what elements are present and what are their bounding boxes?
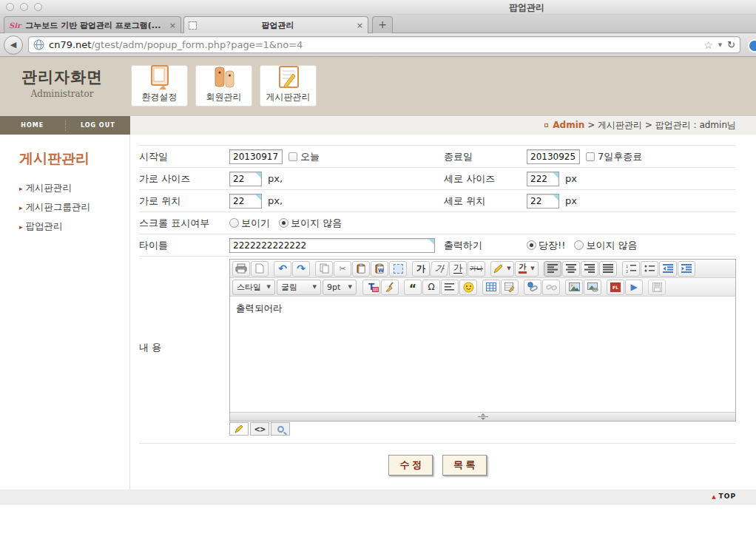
emoticon-icon[interactable] xyxy=(459,280,477,295)
row-dates: 시작일 오늘 종료일 7일후종료 xyxy=(139,146,736,168)
title-label: 타이틀 xyxy=(139,239,229,252)
members-button[interactable]: 회원관리 xyxy=(195,65,252,106)
outdent-icon[interactable] xyxy=(659,261,677,277)
output-hide-radio[interactable] xyxy=(574,240,584,250)
clean-broom-icon[interactable] xyxy=(381,280,399,295)
strikethrough-icon[interactable]: 가나 xyxy=(468,261,485,277)
tab-close-icon[interactable]: × xyxy=(357,21,363,30)
print-icon[interactable] xyxy=(232,261,250,277)
special-char-icon[interactable]: Ω xyxy=(422,280,440,295)
html-mode-button[interactable]: <> xyxy=(250,422,269,436)
svg-text:W: W xyxy=(378,268,384,274)
editor-resize-bar[interactable] xyxy=(230,412,735,421)
pos-x-label: 가로 위치 xyxy=(139,194,229,208)
italic-icon[interactable]: 가 xyxy=(430,261,450,277)
up-triangle-icon: ▲ xyxy=(712,494,716,500)
tab-close-icon[interactable]: × xyxy=(169,21,176,30)
save-icon[interactable] xyxy=(648,280,666,295)
align-left-icon[interactable] xyxy=(544,261,561,277)
config-button[interactable]: 환경설정 xyxy=(131,65,188,106)
font-select[interactable]: 굴림▼ xyxy=(277,280,321,295)
unlink-icon[interactable] xyxy=(542,280,560,295)
bold-icon[interactable]: 가 xyxy=(412,261,430,277)
sidebar-item-board[interactable]: ▸게시판관리 xyxy=(19,182,129,194)
admin-title: 관리자화면 xyxy=(21,67,104,87)
pos-y-input[interactable] xyxy=(527,194,559,209)
board-button[interactable]: 게시판관리 xyxy=(260,65,317,106)
svg-text:1: 1 xyxy=(626,264,628,268)
list-button[interactable]: 목 록 xyxy=(442,455,487,475)
scrollbar-hide-radio[interactable] xyxy=(279,218,288,228)
browser-window: 팝업관리 Sir 그누보드 기반 팝업관리 프로그램(... × 팝업관리 × … xyxy=(0,0,756,545)
height-input[interactable] xyxy=(527,172,559,186)
width-input[interactable] xyxy=(229,172,262,186)
placeholder-favicon-icon xyxy=(189,21,197,30)
monitor-icon xyxy=(145,64,175,89)
height-unit: px xyxy=(565,173,577,184)
minimize-window-icon[interactable] xyxy=(20,3,28,11)
undo-icon[interactable]: ↶ xyxy=(274,261,291,277)
paste-icon[interactable] xyxy=(352,261,370,277)
today-checkbox[interactable] xyxy=(288,152,297,161)
preview-mode-button[interactable] xyxy=(271,422,290,436)
flash-icon[interactable]: FL xyxy=(607,280,624,295)
unordered-list-icon[interactable] xyxy=(641,261,658,277)
link-icon[interactable] xyxy=(524,280,541,295)
underline-icon[interactable]: 가 xyxy=(449,261,467,277)
horizontal-rule-icon[interactable] xyxy=(441,280,459,295)
table-edit-icon[interactable] xyxy=(501,280,519,295)
image-icon[interactable] xyxy=(565,280,583,295)
style-select[interactable]: 스타일▼ xyxy=(232,280,275,295)
tab-popup-admin[interactable]: 팝업관리 × xyxy=(183,16,368,33)
align-center-icon[interactable] xyxy=(562,261,580,277)
submit-button[interactable]: 수 정 xyxy=(388,455,433,475)
zoom-window-icon[interactable] xyxy=(34,3,42,11)
font-color-icon[interactable]: 가▼ xyxy=(515,261,539,277)
board-icon xyxy=(274,64,303,89)
back-button[interactable]: ◀ xyxy=(4,35,23,55)
logout-button[interactable]: LOG OUT xyxy=(66,116,131,135)
address-field[interactable]: cn79.net/gtest/adm/popup_form.php?page=1… xyxy=(28,36,740,53)
editor-content[interactable]: 출력되어라 xyxy=(230,297,735,412)
blockquote-icon[interactable]: “ xyxy=(404,280,422,295)
title-input[interactable] xyxy=(229,238,435,253)
reload-icon[interactable]: ↻ xyxy=(727,39,735,50)
output-now-radio[interactable] xyxy=(527,240,536,250)
highlight-color-icon[interactable]: ▼ xyxy=(490,261,514,277)
breadcrumb-admin[interactable]: Admin xyxy=(553,120,584,130)
bookmark-star-icon[interactable]: ☆ xyxy=(703,39,713,51)
indent-icon[interactable] xyxy=(678,261,695,277)
home-button[interactable]: HOME xyxy=(0,116,65,135)
media-icon[interactable]: ▶ xyxy=(625,280,643,295)
start-date-input[interactable] xyxy=(229,149,283,164)
end-after-7days-checkbox[interactable] xyxy=(586,152,595,161)
select-all-icon[interactable] xyxy=(389,261,407,277)
search-engine-icon[interactable] xyxy=(748,39,756,53)
remove-format-icon[interactable]: T xyxy=(362,280,380,295)
close-window-icon[interactable] xyxy=(6,3,14,11)
copy-icon[interactable] xyxy=(315,261,333,277)
justify-icon[interactable] xyxy=(599,261,617,277)
sidebar-item-popup[interactable]: ▸팝업관리 xyxy=(19,220,129,233)
align-right-icon[interactable] xyxy=(581,261,598,277)
ordered-list-icon[interactable]: 12 xyxy=(622,261,640,277)
tab-gnuboard[interactable]: Sir 그누보드 기반 팝업관리 프로그램(... × xyxy=(4,16,181,33)
cut-icon[interactable]: ✂ xyxy=(334,261,351,277)
end-date-input[interactable] xyxy=(527,149,580,164)
new-document-icon[interactable] xyxy=(251,261,269,277)
image-link-icon[interactable] xyxy=(584,280,601,295)
new-tab-button[interactable]: + xyxy=(372,16,393,33)
table-icon[interactable] xyxy=(482,280,500,295)
redo-icon[interactable]: ↷ xyxy=(292,261,310,277)
paste-word-icon[interactable]: W xyxy=(371,261,388,277)
scroll-to-top-link[interactable]: ▲TOP xyxy=(712,492,736,500)
edit-mode-button[interactable] xyxy=(229,422,249,436)
pos-x-input[interactable] xyxy=(229,194,262,209)
font-size-select[interactable]: 9pt▼ xyxy=(323,280,357,295)
row-position: 가로 위치 px, 세로 위치 px xyxy=(139,190,736,212)
scrollbar-show-radio[interactable] xyxy=(229,218,239,228)
sidebar-item-board-group[interactable]: ▸게시판그룹관리 xyxy=(19,201,129,214)
tab-label: 그누보드 기반 팝업관리 프로그램(... xyxy=(25,20,165,31)
url-dropdown-icon[interactable]: ▼ xyxy=(718,42,722,48)
width-label: 가로 사이즈 xyxy=(139,172,229,186)
